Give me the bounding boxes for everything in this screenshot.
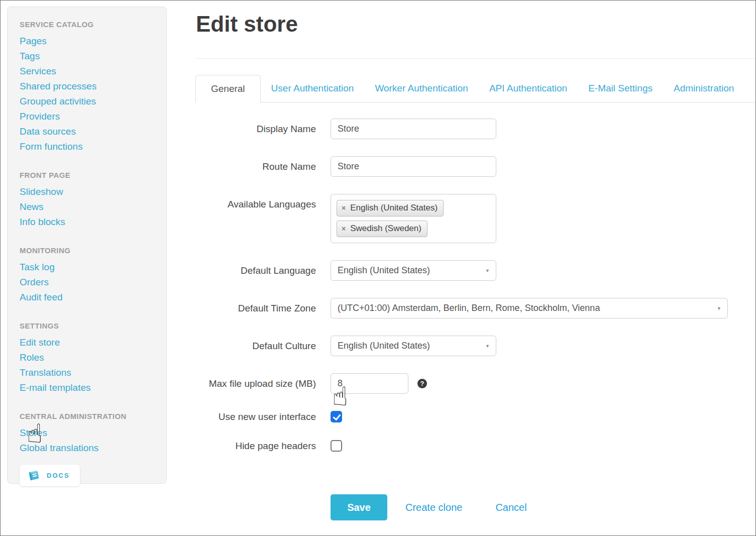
sidebar-item-task-log[interactable]: Task log: [20, 260, 156, 275]
docs-button[interactable]: DOCS: [20, 465, 80, 486]
default-culture-row: Default Culture English (United States) …: [196, 336, 748, 356]
display-name-input[interactable]: [331, 119, 496, 139]
route-name-input[interactable]: [331, 156, 496, 177]
max-file-upload-label: Max file upload size (MB): [196, 373, 316, 394]
default-language-row: Default Language English (United States)…: [196, 260, 748, 281]
available-languages-label: Available Languages: [196, 194, 316, 215]
use-new-ui-row: Use new user interface: [196, 411, 748, 423]
display-name-label: Display Name: [196, 119, 316, 139]
sidebar-item-news[interactable]: News: [20, 199, 156, 215]
available-languages-multiselect[interactable]: × English (United States) × Swedish (Swe…: [331, 194, 496, 243]
sidebar-item-stores[interactable]: Stores: [20, 425, 156, 441]
hide-page-headers-label: Hide page headers: [196, 440, 316, 452]
tab-worker-authentication[interactable]: Worker Authentication: [364, 75, 479, 102]
remove-tag-icon[interactable]: ×: [342, 225, 346, 232]
sidebar-item-form-functions[interactable]: Form functions: [20, 139, 156, 154]
max-file-upload-row: Max file upload size (MB) ?: [196, 373, 748, 394]
section-title-service-catalog: SERVICE CATALOG: [20, 20, 156, 30]
tab-user-authentication[interactable]: User Authentication: [261, 75, 365, 102]
page-title: Edit store: [196, 12, 298, 37]
create-clone-button[interactable]: Create clone: [405, 502, 462, 513]
sidebar-item-info-blocks[interactable]: Info blocks: [20, 215, 156, 230]
cancel-button[interactable]: Cancel: [495, 502, 526, 513]
tab-general[interactable]: General: [195, 75, 261, 102]
default-time-zone-value: (UTC+01:00) Amsterdam, Berlin, Bern, Rom…: [338, 303, 600, 313]
section-title-monitoring: MONITORING: [20, 246, 156, 256]
default-language-select[interactable]: English (United States) ▼: [331, 260, 496, 281]
sidebar-item-email-templates[interactable]: E-mail templates: [20, 380, 156, 395]
route-name-label: Route Name: [196, 156, 316, 177]
language-tag-label: English (United States): [350, 203, 438, 213]
chevron-down-icon: ▼: [717, 306, 721, 311]
default-culture-select[interactable]: English (United States) ▼: [331, 336, 496, 356]
default-culture-value: English (United States): [338, 341, 430, 351]
sidebar-item-pages[interactable]: Pages: [20, 34, 156, 49]
general-settings-form: Display Name Route Name Available Langua…: [196, 102, 748, 520]
section-title-settings: SETTINGS: [20, 321, 156, 331]
sidebar-item-orders[interactable]: Orders: [20, 275, 156, 290]
use-new-ui-checkbox[interactable]: [331, 411, 342, 422]
display-name-row: Display Name: [196, 119, 748, 139]
max-file-upload-input[interactable]: [331, 373, 408, 394]
sidebar-item-tags[interactable]: Tags: [20, 49, 156, 64]
chevron-down-icon: ▼: [485, 268, 490, 273]
default-culture-label: Default Culture: [196, 336, 316, 356]
sidebar-item-roles[interactable]: Roles: [20, 350, 156, 365]
title-divider: [195, 58, 755, 59]
hide-page-headers-row: Hide page headers: [196, 440, 748, 452]
tab-email-settings[interactable]: E-Mail Settings: [578, 75, 663, 102]
language-tag-label: Swedish (Sweden): [350, 224, 421, 234]
app-window: SERVICE CATALOG Pages Tags Services Shar…: [0, 0, 756, 536]
route-name-row: Route Name: [196, 156, 748, 177]
default-language-value: English (United States): [338, 265, 430, 276]
sidebar-item-services[interactable]: Services: [20, 64, 156, 79]
book-icon: [28, 469, 41, 482]
tab-bar: General User Authentication Worker Authe…: [195, 75, 756, 102]
sidebar-item-grouped-activities[interactable]: Grouped activities: [20, 94, 156, 109]
default-time-zone-label: Default Time Zone: [196, 298, 316, 318]
help-icon[interactable]: ?: [417, 379, 427, 388]
default-language-label: Default Language: [196, 260, 316, 281]
language-tag-swedish: × Swedish (Sweden): [337, 221, 427, 237]
sidebar-item-data-sources[interactable]: Data sources: [20, 124, 156, 139]
sidebar-item-edit-store[interactable]: Edit store: [20, 335, 156, 350]
sidebar-item-shared-processes[interactable]: Shared processes: [20, 79, 156, 94]
tab-administration[interactable]: Administration: [663, 75, 744, 102]
default-time-zone-row: Default Time Zone (UTC+01:00) Amsterdam,…: [196, 298, 748, 318]
section-title-front-page: FRONT PAGE: [20, 170, 156, 180]
sidebar: SERVICE CATALOG Pages Tags Services Shar…: [7, 7, 167, 484]
sidebar-item-translations[interactable]: Translations: [20, 365, 156, 380]
remove-tag-icon[interactable]: ×: [342, 204, 346, 211]
tab-api-authentication[interactable]: API Authentication: [479, 75, 578, 102]
available-languages-row: Available Languages × English (United St…: [196, 194, 748, 243]
use-new-ui-label: Use new user interface: [196, 411, 316, 423]
sidebar-item-global-translations[interactable]: Global translations: [20, 441, 156, 456]
sidebar-item-providers[interactable]: Providers: [20, 109, 156, 124]
section-title-central-administration: CENTRAL ADMINISTRATION: [20, 411, 156, 421]
docs-button-label: DOCS: [47, 472, 70, 479]
save-button[interactable]: Save: [331, 494, 387, 520]
language-tag-english: × English (United States): [337, 200, 444, 217]
sidebar-item-slideshow[interactable]: Slideshow: [20, 184, 156, 199]
hide-page-headers-checkbox[interactable]: [331, 440, 342, 452]
default-time-zone-select[interactable]: (UTC+01:00) Amsterdam, Berlin, Bern, Rom…: [331, 298, 728, 318]
form-actions: Save Create clone Cancel: [196, 494, 748, 520]
sidebar-item-audit-feed[interactable]: Audit feed: [20, 290, 156, 305]
chevron-down-icon: ▼: [485, 344, 490, 349]
